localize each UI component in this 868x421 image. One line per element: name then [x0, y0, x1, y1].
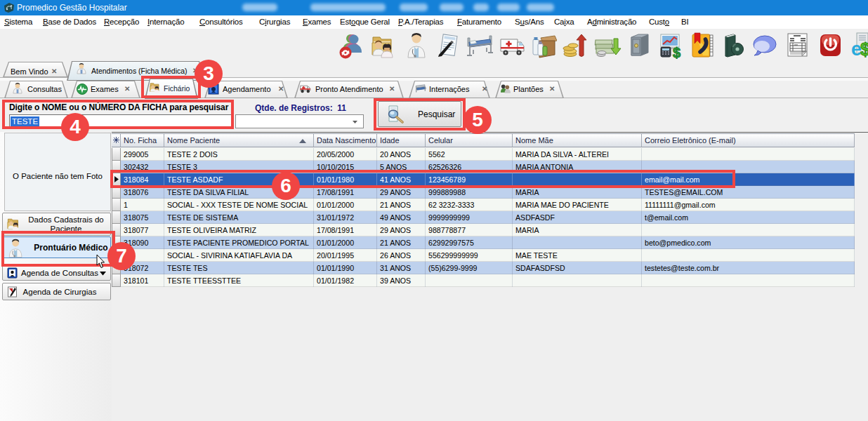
svg-text:e: e: [851, 39, 862, 59]
svg-text:$: $: [673, 45, 680, 59]
